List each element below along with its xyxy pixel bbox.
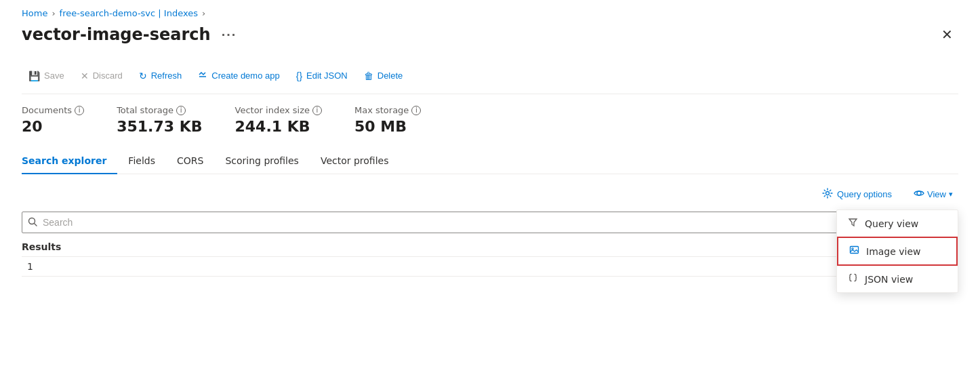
refresh-button[interactable]: ↻ Refresh [132, 66, 189, 85]
edit-json-icon: {} [296, 71, 302, 81]
discard-icon: ✕ [81, 71, 89, 81]
row-content [49, 257, 958, 277]
view-button[interactable]: View ▾ [908, 185, 958, 203]
braces-icon [848, 273, 858, 285]
refresh-icon: ↻ [139, 71, 147, 81]
max-storage-info-icon[interactable]: i [411, 106, 421, 115]
delete-icon: 🗑 [364, 71, 373, 81]
total-storage-info-icon[interactable]: i [176, 106, 186, 115]
chevron-down-icon: ▾ [949, 190, 953, 199]
breadcrumb: Home › free-search-demo-svc | Indexes › [22, 0, 958, 24]
save-button[interactable]: 💾 Save [22, 66, 71, 85]
page-title: vector-image-search [22, 25, 211, 44]
max-storage-value: 50 MB [354, 118, 421, 135]
options-row: Query options View ▾ [22, 185, 958, 203]
save-icon: 💾 [28, 71, 40, 81]
stat-max-storage: Max storage i 50 MB [354, 105, 421, 135]
tab-scoring-profiles[interactable]: Scoring profiles [214, 148, 310, 174]
dropdown-item-image-view[interactable]: Image view [837, 237, 958, 266]
view-dropdown-menu: Query view Image view [836, 210, 958, 293]
image-view-label: Image view [866, 246, 921, 257]
dropdown-item-json-view[interactable]: JSON view [837, 266, 958, 292]
svg-point-0 [826, 192, 830, 195]
toolbar: 💾 Save ✕ Discard ↻ Refresh Create demo a… [22, 59, 958, 94]
view-label: View [927, 189, 946, 199]
breadcrumb-home[interactable]: Home [22, 8, 47, 18]
results-table: 1 [22, 256, 958, 277]
tab-search-explorer[interactable]: Search explorer [22, 148, 117, 174]
tab-cors[interactable]: CORS [166, 148, 214, 174]
search-icon [28, 217, 37, 228]
dropdown-item-query-view[interactable]: Query view [837, 210, 958, 237]
breadcrumb-service[interactable]: free-search-demo-svc | Indexes [60, 8, 198, 18]
edit-json-button[interactable]: {} Edit JSON [289, 66, 354, 85]
search-input[interactable] [43, 217, 952, 228]
tab-vector-profiles[interactable]: Vector profiles [310, 148, 400, 174]
documents-value: 20 [22, 118, 84, 135]
gear-icon [822, 188, 833, 201]
vector-index-info-icon[interactable]: i [312, 106, 322, 115]
delete-button[interactable]: 🗑 Delete [357, 66, 410, 85]
row-number: 1 [22, 257, 49, 277]
content-area: Query options View ▾ [22, 174, 958, 277]
total-storage-value: 351.73 KB [117, 118, 202, 135]
query-options-label: Query options [837, 189, 892, 199]
funnel-icon [848, 217, 858, 230]
stat-total-storage: Total storage i 351.73 KB [117, 105, 202, 135]
discard-button[interactable]: ✕ Discard [74, 66, 129, 85]
results-label: Results [22, 241, 958, 252]
documents-info-icon[interactable]: i [75, 106, 84, 115]
image-icon [849, 245, 859, 258]
search-box [22, 212, 958, 233]
query-options-button[interactable]: Query options [817, 185, 897, 203]
stat-vector-index-size: Vector index size i 244.1 KB [235, 105, 322, 135]
close-button[interactable]: ✕ [936, 24, 958, 45]
svg-rect-3 [851, 247, 859, 254]
title-row: vector-image-search ··· ✕ [22, 24, 958, 45]
view-icon [914, 188, 924, 201]
vector-index-value: 244.1 KB [235, 118, 322, 135]
json-view-label: JSON view [865, 274, 913, 285]
create-demo-icon [198, 70, 207, 81]
stat-documents: Documents i 20 [22, 105, 84, 135]
ellipsis-button[interactable]: ··· [218, 26, 241, 44]
stats-row: Documents i 20 Total storage i 351.73 KB… [22, 94, 958, 148]
tabs: Search explorer Fields CORS Scoring prof… [22, 148, 958, 174]
create-demo-button[interactable]: Create demo app [191, 66, 286, 85]
svg-point-1 [917, 191, 921, 195]
table-row: 1 [22, 257, 958, 277]
tab-fields[interactable]: Fields [117, 148, 166, 174]
query-view-label: Query view [865, 218, 918, 229]
